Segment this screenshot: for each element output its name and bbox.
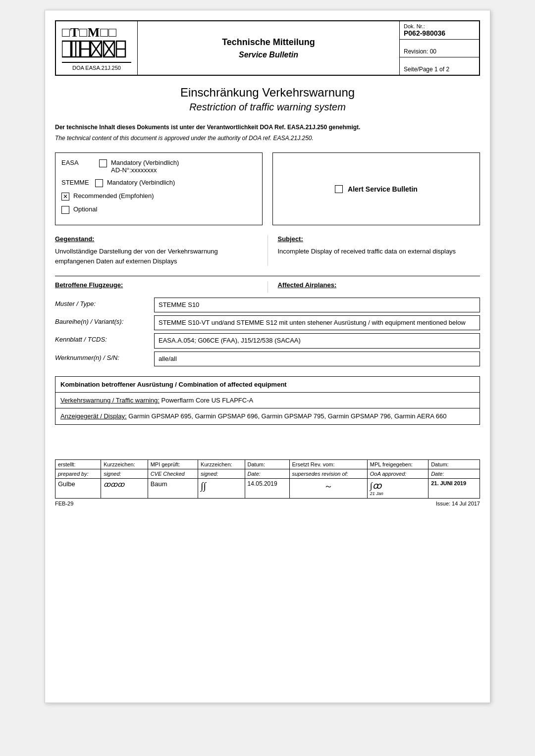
revision-text: Revision: 00 xyxy=(404,48,475,55)
stemme-row: STEMME Mandatory (Verbindlich) xyxy=(61,179,256,187)
cve-checked: CVE Checked xyxy=(148,469,198,478)
combination-header: Kombination betroffener Ausrüstung / Com… xyxy=(55,377,480,393)
easa-mandatory-block: Mandatory (Verbindlich) AD-N°:xxxxxxxx xyxy=(111,159,179,174)
title-english: Restriction of traffic warning system xyxy=(55,101,480,113)
werknummer-label: Werknummer(n) / S/N: xyxy=(55,352,154,361)
dok-nr-value: P062-980036 xyxy=(404,29,475,37)
authority-section: Der technische Inhalt dieses Dokuments i… xyxy=(55,123,480,143)
betroffene-section: Betroffene Flugzeuge: Affected Airplanes… xyxy=(55,281,480,293)
prepared-by: prepared by: xyxy=(55,469,101,478)
classification-left: EASA Mandatory (Verbindlich) AD-N°:xxxxx… xyxy=(55,152,263,225)
service-bulletin: Service Bulletin xyxy=(239,50,298,59)
werknummer-label-text: Werknummer(n) / S/N: xyxy=(55,354,119,361)
spacer xyxy=(45,440,490,459)
display-label: Anzeigegerät / Display: xyxy=(60,412,127,420)
easa-mandatory: Mandatory (Verbindlich) xyxy=(111,159,179,166)
subject-text: Incomplete Display of received traffic d… xyxy=(278,247,481,256)
title-german: Einschränkung Verkehrswarnung xyxy=(55,86,480,100)
affected-right: Affected Airplanes: xyxy=(268,281,481,293)
mpl-sig-cell: ∫ꝏ 21 Jan xyxy=(367,478,428,498)
authority-german: Der technische Inhalt dieses Dokuments i… xyxy=(55,123,480,132)
mpl-datum-header: Datum: xyxy=(428,459,480,469)
seite-row: Seite/Page 1 of 2 xyxy=(400,64,479,75)
main-title-section: Einschränkung Verkehrswarnung Restrictio… xyxy=(45,76,490,118)
ersetzt-header: Ersetzt Rev. vom: xyxy=(289,459,367,469)
feb-code: FEB-29 xyxy=(55,501,73,506)
optional-row: Optional xyxy=(61,205,256,214)
alert-row: Alert Service Bulletin xyxy=(335,185,418,193)
muster-row: Muster / Type: STEMME S10 xyxy=(55,298,480,312)
classification-section: EASA Mandatory (Verbindlich) AD-N°:xxxxx… xyxy=(55,152,480,225)
sig1-cell: ꝏꝏꝏ xyxy=(101,478,148,498)
authority-english: The technical content of this document i… xyxy=(55,134,480,143)
sig2-icon: ∫∫ xyxy=(201,480,206,491)
classification-right: Alert Service Bulletin xyxy=(272,152,480,225)
sig2-cell: ∫∫ xyxy=(198,478,245,498)
optional-checkbox[interactable] xyxy=(61,206,69,214)
easa-adn: AD-N°:xxxxxxxx xyxy=(111,166,179,174)
tech-mitteilung: Technische Mitteilung xyxy=(222,37,315,48)
supersedes: supersedes revision of: xyxy=(289,469,367,478)
mpi-header: MPI geprüft: xyxy=(148,459,198,469)
kennblatt-row: Kennblatt / TCDS: EASA.A.054; G06CE (FAA… xyxy=(55,333,480,348)
footer-table: erstellt: Kurzzeichen: MPI geprüft: Kurz… xyxy=(55,459,480,499)
logo-section: □T□M□□ DOA EASA.21J.250 xyxy=(56,21,138,75)
footer-section: erstellt: Kurzzeichen: MPI geprüft: Kurz… xyxy=(55,459,480,506)
kennblatt-label-text: Kennblatt / TCDS: xyxy=(55,336,107,343)
traffic-value: Powerflarm Core US FLAPFC-A xyxy=(161,397,254,404)
easa-checkbox[interactable] xyxy=(99,159,107,167)
header-title-section: Technische Mitteilung Service Bulletin xyxy=(138,21,400,75)
kurz2-signed: signed: xyxy=(198,469,245,478)
subject-heading: Subject: xyxy=(278,235,481,243)
stemme-checkbox[interactable] xyxy=(95,179,103,187)
baureihe-label-text: Baureihe(n) / Variant(s): xyxy=(55,318,123,325)
divider-1 xyxy=(55,276,480,276)
display-row: Anzeigegerät / Display: Garmin GPSMAP 69… xyxy=(55,408,480,424)
mpl-stamp-text: 21 Jan xyxy=(370,491,426,496)
recommended-row: Recommended (Empfohlen) xyxy=(61,192,256,201)
baureihe-value: STEMME S10-VT und/and STEMME S12 mit unt… xyxy=(154,315,480,330)
footer-bottom: FEB-29 Issue: 14 Jul 2017 xyxy=(55,501,480,506)
svg-rect-0 xyxy=(62,41,71,57)
kurz2-header: Kurzzeichen: xyxy=(198,459,245,469)
gegenstand-section: Gegenstand: Unvollständige Darstellung d… xyxy=(55,235,480,266)
easa-row: EASA Mandatory (Verbindlich) AD-N°:xxxxx… xyxy=(61,159,256,174)
footer-italic-row: prepared by: signed: CVE Checked signed:… xyxy=(55,469,480,478)
ersetzt-value-cell: ～ xyxy=(289,478,367,498)
revision-row: Revision: 00 xyxy=(400,46,479,57)
gegenstand-text: Unvollständige Darstellung der von der V… xyxy=(55,247,258,266)
betroffene-left: Betroffene Flugzeuge: xyxy=(55,281,268,293)
dok-nr-row: Dok. Nr.: P062-980036 xyxy=(400,21,479,40)
stemme-mandatory: Mandatory (Verbindlich) xyxy=(107,179,175,186)
kennblatt-value: EASA.A.054; G06CE (FAA), J15/12/538 (SAC… xyxy=(154,333,480,348)
document-header: □T□M□□ DOA EASA.21J.250 Technische Mitte… xyxy=(55,20,480,76)
gegenstand-heading: Gegenstand: xyxy=(55,235,258,243)
logo-divider xyxy=(62,62,131,63)
logo-stemme xyxy=(62,40,131,60)
alert-label: Alert Service Bulletin xyxy=(348,185,418,193)
mpl-datum-value: 21. JUNI 2019 xyxy=(428,478,480,498)
footer-header-row: erstellt: Kurzzeichen: MPI geprüft: Kurz… xyxy=(55,459,480,469)
gegenstand-left: Gegenstand: Unvollständige Darstellung d… xyxy=(55,235,268,266)
muster-value: STEMME S10 xyxy=(154,298,480,312)
erstellt-header: erstellt: xyxy=(55,459,101,469)
sig1-icon: ꝏꝏꝏ xyxy=(104,481,124,488)
datum-header: Datum: xyxy=(245,459,289,469)
kurz1-header: Kurzzeichen: xyxy=(101,459,148,469)
baum-cell: Baum xyxy=(148,478,198,498)
werknummer-row: Werknummer(n) / S/N: alle/all xyxy=(55,352,480,366)
gulbe-cell: Gulbe xyxy=(55,478,101,498)
recommended-checkbox[interactable] xyxy=(61,193,69,201)
mpl-sig-text: ∫ꝏ xyxy=(370,481,381,491)
subject-right: Subject: Incomplete Display of received … xyxy=(268,235,481,266)
dok-nr-label: Dok. Nr.: xyxy=(404,23,475,29)
stemme-logo: □T□M□□ xyxy=(62,25,131,40)
muster-label: Muster / Type: xyxy=(55,298,154,307)
recommended-text: Recommended (Empfohlen) xyxy=(73,192,154,200)
alert-checkbox[interactable] xyxy=(335,185,343,193)
kennblatt-label: Kennblatt / TCDS: xyxy=(55,333,154,343)
airplane-data-wrapper: Muster / Type: STEMME S10 Baureihe(n) / … xyxy=(55,298,480,366)
mpl-header: MPL freigegeben: xyxy=(367,459,428,469)
traffic-label: Verkehrswarnung / Traffic warning: xyxy=(60,397,160,404)
doa-text: DOA EASA.21J.250 xyxy=(62,65,131,71)
